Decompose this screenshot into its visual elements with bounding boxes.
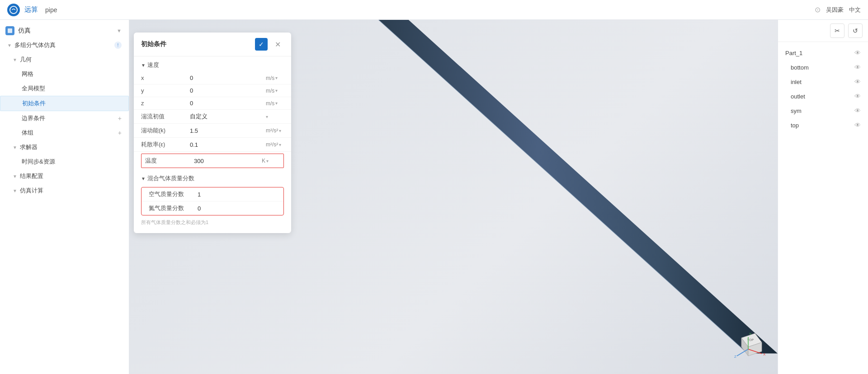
chevron-down-vel-y[interactable]: ▾: [275, 88, 278, 93]
modal-panel: 初始条件 ✓ ✕ ▼ 速度 x 0 m/s: [134, 33, 291, 233]
topbar: 远算 pipe ⊙ 吴因豪 中文: [0, 0, 868, 20]
sidebar-item-global-model[interactable]: 全局模型: [0, 81, 129, 96]
vel-y-value[interactable]: 0: [190, 87, 262, 94]
sidebar-item-label-body: 体组: [22, 129, 33, 137]
turbulent-k-label: 湍动能(k): [141, 126, 186, 135]
sidebar-item-mesh[interactable]: 网格: [0, 67, 129, 81]
chevron-down-eps[interactable]: ▾: [279, 142, 281, 147]
sidebar-item-initial-conditions[interactable]: 初始条件: [0, 96, 129, 111]
chevron-down-vel-x[interactable]: ▾: [275, 75, 278, 80]
check-icon: ✓: [259, 41, 264, 48]
dissipation-value[interactable]: 0.1: [190, 141, 262, 148]
coordinate-widget: TOP Z X Y: [728, 320, 769, 360]
scissors-icon: ✂: [835, 27, 840, 34]
collapse-arrow-velocity: ▼: [141, 63, 146, 68]
modal-confirm-button[interactable]: ✓: [255, 38, 268, 51]
right-panel-items: Part_1 👁 bottom 👁 inlet 👁 outlet 👁 sym �: [778, 42, 868, 136]
temperature-label: 温度: [145, 157, 190, 165]
svg-text:Z: Z: [734, 355, 736, 359]
modal-close-button[interactable]: ✕: [271, 38, 284, 51]
temperature-unit: K ▾: [262, 158, 280, 164]
sidebar-item-label-mesh: 网格: [22, 70, 33, 78]
part1-label: Part_1: [785, 50, 802, 56]
vel-y-label: y: [141, 87, 186, 94]
air-mass-row: 空气质量分数 1: [142, 187, 283, 201]
air-mass-value[interactable]: 1: [198, 191, 276, 198]
vel-z-label: z: [141, 100, 186, 107]
sidebar-item-solvers[interactable]: ▼ 求解器: [0, 140, 129, 154]
refresh-icon: ↺: [853, 27, 858, 34]
sidebar-collapse-icon[interactable]: ▼: [117, 28, 122, 33]
sidebar-item-boundary-conditions[interactable]: 边界条件 +: [0, 111, 129, 126]
right-item-outlet[interactable]: outlet 👁: [778, 89, 868, 103]
right-item-part1[interactable]: Part_1 👁: [778, 46, 868, 60]
add-body-icon[interactable]: +: [118, 129, 122, 136]
vel-x-unit: m/s ▾: [266, 75, 284, 81]
sidebar-item-geometry[interactable]: ▼ 几何: [0, 52, 129, 67]
velocity-section-label: ▼ 速度: [134, 56, 291, 72]
sidebar-item-results-config[interactable]: ▼ 结果配置: [0, 169, 129, 183]
topbar-right: ⊙ 吴因豪 中文: [815, 5, 861, 14]
sidebar-item-label-boundary: 边界条件: [22, 114, 45, 122]
scissors-button[interactable]: ✂: [830, 23, 844, 38]
mixed-gas-section: 空气质量分数 1 氮气质量分数 0: [141, 187, 284, 215]
coord-svg: TOP Z X Y: [728, 320, 769, 360]
nitrogen-mass-label: 氮气质量分数: [149, 204, 194, 212]
sidebar-item-label-global: 全局模型: [22, 84, 45, 93]
add-boundary-icon[interactable]: +: [118, 115, 122, 122]
expand-icon-geometry: ▼: [13, 57, 17, 62]
turbulence-value[interactable]: 自定义: [190, 112, 262, 121]
turbulent-k-row: 湍动能(k) 1.5 m²/s² ▾: [134, 124, 291, 138]
vel-y-unit: m/s ▾: [266, 88, 284, 94]
sidebar-item-label-solvers: 求解器: [20, 143, 38, 151]
mixed-gas-section-label: ▼ 混合气体质量分数: [134, 170, 291, 185]
right-item-sym[interactable]: sym 👁: [778, 103, 868, 118]
part1-eye-icon[interactable]: 👁: [854, 49, 861, 56]
vel-z-value[interactable]: 0: [190, 100, 262, 107]
sym-eye-icon[interactable]: 👁: [854, 107, 861, 114]
bottom-eye-icon[interactable]: 👁: [854, 64, 861, 71]
expand-icon-multi-gas: ▼: [7, 43, 12, 48]
outlet-eye-icon[interactable]: 👁: [854, 93, 861, 100]
sidebar: 仿真 ▼ ▼ 多组分气体仿真 ! ▼ 几何 网格 全局模型 初始条件 边界条件: [0, 20, 129, 374]
turbulence-dropdown-icon[interactable]: ▾: [266, 114, 284, 119]
dissipation-label: 耗散率(ε): [141, 140, 186, 149]
temperature-value[interactable]: 300: [194, 158, 258, 164]
expand-icon-sim: ▼: [13, 188, 17, 193]
chevron-down-k[interactable]: ▾: [279, 128, 281, 133]
nitrogen-mass-value[interactable]: 0: [198, 205, 276, 212]
sidebar-item-body-groups[interactable]: 体组 +: [0, 126, 129, 140]
sidebar-item-time-resources[interactable]: 时间步&资源: [0, 154, 129, 169]
right-item-inlet[interactable]: inlet 👁: [778, 75, 868, 89]
right-panel-toolbar: ✂ ↺: [778, 20, 868, 42]
chevron-down-turbulence: ▾: [266, 114, 268, 119]
modal-title: 初始条件: [141, 40, 166, 48]
expand-icon-solvers: ▼: [13, 145, 17, 150]
sidebar-section-label: 仿真: [18, 27, 31, 35]
modal-actions: ✓ ✕: [255, 38, 284, 51]
svg-line-3: [379, 20, 748, 354]
sym-label: sym: [791, 108, 802, 114]
sidebar-item-sim-calc[interactable]: ▼ 仿真计算: [0, 183, 129, 198]
outlet-label: outlet: [791, 93, 805, 100]
close-icon: ✕: [275, 40, 281, 49]
right-item-top[interactable]: top 👁: [778, 118, 868, 132]
chevron-down-temp[interactable]: ▾: [266, 159, 269, 164]
turbulence-row: 湍流初值 自定义 ▾: [134, 110, 291, 124]
sidebar-item-multi-gas[interactable]: ▼ 多组分气体仿真 !: [0, 38, 129, 52]
inlet-eye-icon[interactable]: 👁: [854, 78, 861, 85]
topbar-left: 远算 pipe: [7, 4, 57, 16]
top-eye-icon[interactable]: 👁: [854, 122, 861, 129]
chevron-down-vel-z[interactable]: ▾: [275, 101, 278, 106]
turbulent-k-value[interactable]: 1.5: [190, 127, 262, 134]
refresh-button[interactable]: ↺: [848, 23, 863, 38]
badge-multi-gas: !: [114, 42, 122, 49]
vel-x-value[interactable]: 0: [190, 75, 262, 81]
lang-selector[interactable]: 中文: [849, 6, 861, 14]
svg-point-0: [10, 6, 17, 13]
velocity-x-row: x 0 m/s ▾: [134, 72, 291, 84]
right-item-bottom[interactable]: bottom 👁: [778, 60, 868, 75]
velocity-z-row: z 0 m/s ▾: [134, 97, 291, 110]
sidebar-item-label-time: 时间步&资源: [22, 158, 55, 166]
right-panel: ✂ ↺ Part_1 👁 bottom 👁 inlet 👁: [778, 20, 868, 374]
